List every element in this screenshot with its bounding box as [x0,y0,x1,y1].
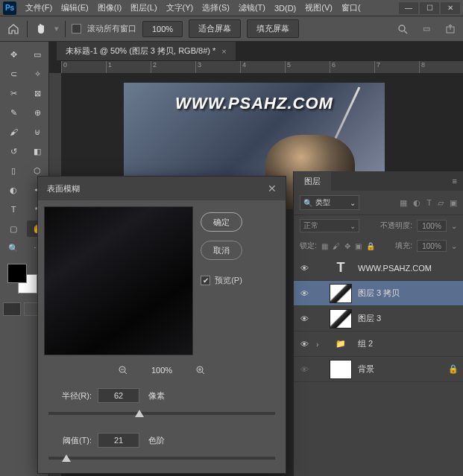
layer-name[interactable]: 图层 3 拷贝 [358,288,400,299]
artboard-icon[interactable]: ▭ [420,22,433,36]
visibility-toggle[interactable]: 👁 [298,340,310,349]
hand-tool-icon[interactable] [34,22,48,37]
fill-input[interactable] [417,240,447,252]
menu-image[interactable]: 图像(I) [93,0,126,16]
crop-tool[interactable]: ✂ [3,85,24,101]
maximize-button[interactable]: ☐ [420,2,439,14]
stamp-tool[interactable]: ⊎ [27,124,48,140]
visibility-toggle[interactable]: 👁 [298,314,310,323]
zoom-out-icon[interactable] [117,364,129,376]
layer-name[interactable]: WWW.PSAHZ.COM [358,264,432,273]
blend-mode-select[interactable]: 正常⌄ [300,219,359,232]
visibility-toggle[interactable]: 👁 [298,264,310,273]
document-title: 未标题-1 @ 50% (图层 3 拷贝, RGB/8#) * [66,45,215,57]
eraser-tool[interactable]: ◧ [27,143,48,159]
lock-artboard-icon[interactable]: ▣ [355,242,362,250]
history-brush-tool[interactable]: ↺ [3,143,24,159]
radius-slider[interactable] [48,412,275,415]
lock-all-icon[interactable]: 🔒 [366,242,375,250]
cancel-button[interactable]: 取消 [201,241,242,260]
menu-select[interactable]: 选择(S) [198,0,234,16]
watermark-text: WWW.PSAHZ.COM [175,94,333,113]
move-tool[interactable]: ✥ [3,46,24,63]
frame-tool[interactable]: ⊠ [27,85,48,101]
layer-row[interactable]: 👁 T WWW.PSAHZ.COM [294,256,463,281]
brush-tool[interactable]: 🖌 [3,124,24,140]
layer-name[interactable]: 组 2 [358,338,373,349]
menu-layer[interactable]: 图层(L) [126,0,161,16]
preview-zoom: 100% [151,366,172,375]
magic-wand-tool[interactable]: ✧ [27,66,48,82]
menubar: Ps 文件(F) 编辑(E) 图像(I) 图层(L) 文字(Y) 选择(S) 滤… [0,0,463,16]
visibility-toggle[interactable]: 👁 [298,365,310,374]
share-icon[interactable] [444,22,457,36]
layer-name[interactable]: 图层 3 [358,313,381,324]
menu-window[interactable]: 窗口( [337,0,365,16]
marquee-tool[interactable]: ▭ [27,46,48,63]
color-swatches[interactable] [7,264,37,293]
minimize-button[interactable]: — [399,2,418,14]
radius-label: 半径(R): [48,390,92,402]
preview-checkbox[interactable]: ✔ [201,276,210,285]
menu-type[interactable]: 文字(Y) [162,0,198,16]
healing-tool[interactable]: ⊕ [27,104,48,121]
filter-type-icon[interactable]: T [426,198,432,208]
search-icon[interactable] [396,22,409,36]
dodge-tool[interactable]: ◐ [3,182,24,198]
home-icon[interactable] [6,22,21,37]
lock-transparency-icon[interactable]: ▦ [321,242,328,250]
svg-line-1 [404,31,407,34]
filter-smart-icon[interactable]: ▣ [450,198,457,208]
options-bar: ▾ 滚动所有窗口 100% 适合屏幕 填充屏幕 ▭ [0,16,463,42]
preview-image[interactable] [44,206,193,355]
fit-screen-button[interactable]: 适合屏幕 [189,19,241,38]
filter-adjust-icon[interactable]: ◐ [413,198,421,208]
threshold-slider[interactable] [48,457,275,460]
menu-file[interactable]: 文件(F) [21,0,57,16]
dialog-close-icon[interactable]: ✕ [268,183,277,194]
layer-name[interactable]: 背景 [358,364,374,375]
menu-view[interactable]: 视图(V) [300,0,337,16]
layer-row[interactable]: 👁 › 📁 组 2 [294,331,463,357]
ok-button[interactable]: 确定 [201,212,242,232]
expand-group-icon[interactable]: › [316,340,324,349]
scroll-all-checkbox[interactable] [72,24,81,34]
zoom-in-icon[interactable] [195,364,207,376]
close-tab-icon[interactable]: × [221,47,226,56]
layers-tab[interactable]: 图层 [294,172,331,191]
type-tool[interactable]: T [3,201,24,218]
threshold-input[interactable] [98,433,139,448]
svg-line-9 [202,372,204,374]
standard-mode-icon[interactable] [3,302,21,316]
layer-row[interactable]: 👁 背景 🔒 [294,357,463,382]
fill-screen-button[interactable]: 填充屏幕 [247,19,299,38]
gradient-tool[interactable]: ▯ [3,162,24,179]
layer-filter-select[interactable]: 🔍 类型 ⌄ [300,195,359,210]
opacity-label: 不透明度: [380,220,412,231]
close-window-button[interactable]: ✕ [441,2,460,14]
menu-edit[interactable]: 编辑(E) [57,0,93,16]
panel-menu-icon[interactable]: ≡ [447,177,463,185]
horizontal-ruler: 012345678 [61,61,463,73]
layer-row[interactable]: 👁 图层 3 [294,306,463,331]
lock-position-icon[interactable]: ✥ [344,242,350,250]
scroll-all-label: 滚动所有窗口 [87,23,136,34]
visibility-toggle[interactable]: 👁 [298,289,310,298]
lasso-tool[interactable]: ⊂ [3,66,24,82]
filter-pixel-icon[interactable]: ▦ [400,198,407,208]
document-tab[interactable]: 未标题-1 @ 50% (图层 3 拷贝, RGB/8#) * × [57,42,236,61]
lock-pixels-icon[interactable]: 🖌 [333,242,340,250]
zoom-tool[interactable]: 🔍 [3,240,24,256]
radius-input[interactable] [98,388,139,403]
menu-3d[interactable]: 3D(D) [270,1,300,15]
layer-thumb [330,360,352,379]
opacity-input[interactable] [417,220,447,232]
layer-row[interactable]: 👁 图层 3 拷贝 [294,281,463,306]
filter-shape-icon[interactable]: ▱ [438,198,444,208]
dialog-titlebar[interactable]: 表面模糊 ✕ [38,177,286,200]
menu-filter[interactable]: 滤镜(T) [234,0,270,16]
eyedropper-tool[interactable]: ✎ [3,104,24,121]
zoom-level[interactable]: 100% [142,21,183,37]
foreground-color[interactable] [7,264,27,283]
shape-tool[interactable]: ▢ [3,220,24,237]
